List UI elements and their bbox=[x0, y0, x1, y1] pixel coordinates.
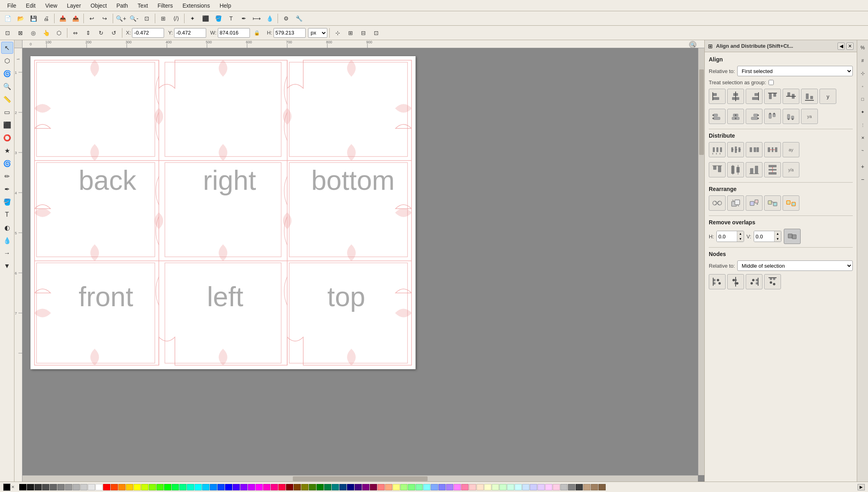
color-swatch[interactable] bbox=[576, 484, 583, 490]
more-tool[interactable]: ▼ bbox=[1, 260, 13, 272]
align-anchor-left-btn[interactable] bbox=[709, 109, 726, 124]
color-swatch[interactable] bbox=[263, 484, 270, 490]
color-swatch[interactable] bbox=[530, 484, 537, 490]
color-swatch[interactable] bbox=[217, 484, 225, 490]
color-swatch[interactable] bbox=[537, 484, 545, 490]
h-input[interactable] bbox=[274, 28, 306, 38]
snap-bboxes-btn[interactable]: □ bbox=[857, 93, 868, 105]
color-swatch[interactable] bbox=[210, 484, 217, 490]
select-tool[interactable]: ↖ bbox=[1, 42, 13, 54]
y-input[interactable] bbox=[174, 28, 206, 38]
canvas-scroll[interactable]: back right bottom front left top bbox=[22, 48, 704, 474]
rubber-btn[interactable]: ⬡ bbox=[53, 27, 65, 39]
dist-top-edges-btn[interactable] bbox=[709, 162, 726, 177]
fg-color[interactable] bbox=[3, 484, 10, 491]
transform-btn[interactable]: ⊹ bbox=[332, 27, 344, 39]
align-distribute-button[interactable]: ⊞ bbox=[157, 13, 169, 24]
xml-editor-button[interactable]: ⟨/⟩ bbox=[170, 13, 182, 24]
color-swatch[interactable] bbox=[118, 484, 126, 490]
zoom-in-strip-btn[interactable]: + bbox=[857, 161, 868, 173]
import-button[interactable]: 📥 bbox=[57, 13, 69, 24]
rotate-cw-btn[interactable]: ↻ bbox=[95, 27, 107, 39]
color-swatch[interactable] bbox=[187, 484, 194, 490]
text-tool[interactable]: T bbox=[1, 209, 13, 221]
color-swatch[interactable] bbox=[316, 484, 324, 490]
spiral-tool[interactable]: 🌀 bbox=[1, 157, 13, 169]
zoom-out-strip-btn[interactable]: − bbox=[857, 173, 868, 185]
spray-button[interactable]: 💧 bbox=[264, 13, 276, 24]
color-swatch[interactable] bbox=[19, 484, 26, 490]
color-swatch[interactable] bbox=[431, 484, 438, 490]
color-swatch[interactable] bbox=[362, 484, 369, 490]
h-spin-down[interactable]: ▼ bbox=[737, 236, 744, 242]
panel-collapse-btn[interactable]: ◀ bbox=[838, 43, 845, 50]
paintbucket-tool[interactable]: 🪣 bbox=[1, 196, 13, 208]
color-swatch[interactable] bbox=[149, 484, 156, 490]
select-same-button[interactable]: ⬛ bbox=[199, 13, 211, 24]
relative-to-select[interactable]: First selected Last selected Biggest obj… bbox=[737, 66, 853, 76]
rotate-layout-btn[interactable] bbox=[746, 195, 763, 211]
color-swatch[interactable] bbox=[438, 484, 446, 490]
dist-right-edges-btn[interactable] bbox=[746, 142, 763, 157]
flip-h-btn[interactable]: ⇔ bbox=[69, 27, 81, 39]
color-swatch[interactable] bbox=[27, 484, 34, 490]
paint-bucket-button[interactable]: 🪣 bbox=[212, 13, 224, 24]
snap-smooth-btn[interactable]: ~ bbox=[857, 144, 868, 157]
color-swatch[interactable] bbox=[248, 484, 255, 490]
snap-midpoints-btn[interactable]: ⋮ bbox=[857, 119, 868, 131]
print-button[interactable]: 🖨 bbox=[40, 13, 52, 24]
h-overlap-value[interactable] bbox=[717, 231, 737, 242]
color-swatch[interactable] bbox=[179, 484, 187, 490]
menu-file[interactable]: File bbox=[3, 2, 20, 10]
color-swatch[interactable] bbox=[126, 484, 133, 490]
new-button[interactable]: 📄 bbox=[2, 13, 14, 24]
text-tool-button[interactable]: T bbox=[225, 13, 237, 24]
v-spin-up[interactable]: ▲ bbox=[775, 231, 781, 236]
undo-button[interactable]: ↩ bbox=[86, 13, 98, 24]
align-center-v-btn[interactable] bbox=[727, 89, 744, 104]
x-input[interactable] bbox=[132, 28, 164, 38]
node-align-right-btn[interactable] bbox=[746, 274, 763, 289]
dist-centers-h-btn[interactable] bbox=[727, 162, 744, 177]
menu-text[interactable]: Text bbox=[134, 2, 152, 10]
snap-points-btn[interactable]: ◦ bbox=[857, 80, 868, 92]
snap-toggle-btn[interactable]: % bbox=[857, 42, 868, 54]
star-tool[interactable]: ★ bbox=[1, 144, 13, 157]
treat-group-checkbox[interactable] bbox=[769, 80, 774, 85]
gradient-tool[interactable]: ◐ bbox=[1, 222, 13, 234]
color-swatch[interactable] bbox=[408, 484, 415, 490]
zoom-out-button[interactable]: 🔍- bbox=[128, 13, 140, 24]
zoom-tool[interactable]: 🔍 bbox=[1, 80, 13, 92]
zoom-indicator[interactable]: 🔍 bbox=[689, 41, 696, 48]
color-swatch[interactable] bbox=[598, 484, 606, 490]
lock-ratio-btn[interactable]: 🔒 bbox=[251, 27, 263, 39]
color-swatch[interactable] bbox=[202, 484, 209, 490]
color-swatch[interactable] bbox=[560, 484, 568, 490]
grid-btn[interactable]: # bbox=[857, 55, 868, 67]
dist-centers-v-btn[interactable] bbox=[727, 142, 744, 157]
canvas-area[interactable]: 0 100 200 300 400 500 600 700 80 bbox=[14, 40, 704, 482]
menu-edit[interactable]: Edit bbox=[22, 2, 40, 10]
align-btn[interactable]: ⊞ bbox=[345, 27, 357, 39]
color-swatch[interactable] bbox=[271, 484, 278, 490]
zoom-in-button[interactable]: 🔍+ bbox=[115, 13, 127, 24]
dist-bottom-edges-btn[interactable] bbox=[746, 162, 763, 177]
align-top-edges-btn[interactable] bbox=[764, 89, 781, 104]
dist-gaps-v-btn[interactable] bbox=[764, 162, 781, 177]
rect-tool[interactable]: ▭ bbox=[1, 106, 13, 118]
node-align-top-btn[interactable] bbox=[764, 274, 781, 289]
color-swatch[interactable] bbox=[393, 484, 400, 490]
color-swatch[interactable] bbox=[278, 484, 286, 490]
color-swatch[interactable] bbox=[88, 484, 95, 490]
dist-left-edges-btn[interactable] bbox=[709, 142, 726, 157]
color-swatch[interactable] bbox=[446, 484, 453, 490]
align-anchor-right-btn[interactable] bbox=[746, 109, 763, 124]
align-center-h-btn[interactable] bbox=[783, 89, 799, 104]
fg-color-indicator[interactable]: ✕ bbox=[3, 484, 14, 491]
exchange-positions-btn[interactable] bbox=[709, 195, 726, 211]
color-swatch[interactable] bbox=[515, 484, 522, 490]
w-input[interactable] bbox=[218, 28, 250, 38]
color-swatch[interactable] bbox=[347, 484, 354, 490]
select-all-btn[interactable]: ⊡ bbox=[2, 27, 14, 39]
color-swatch[interactable] bbox=[50, 484, 57, 490]
